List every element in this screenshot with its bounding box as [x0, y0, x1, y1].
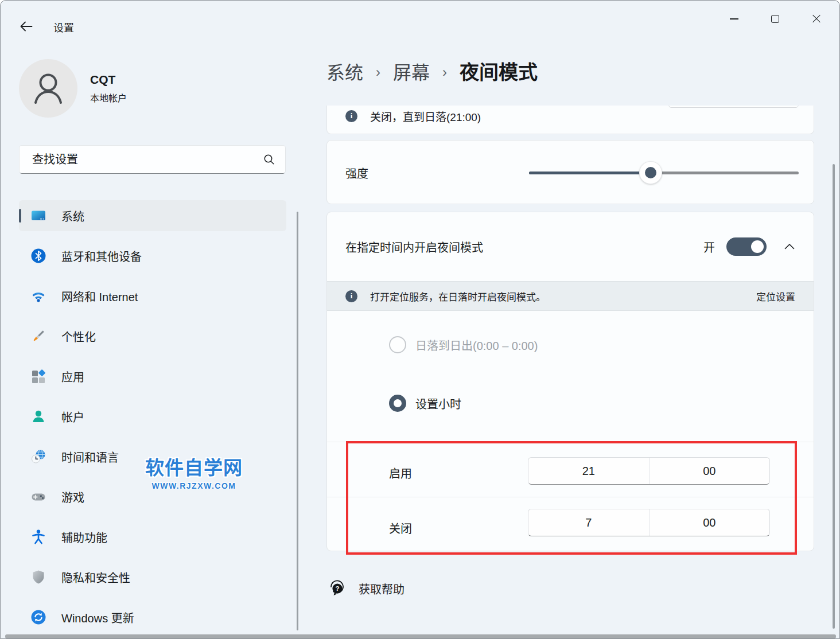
- strength-label: 强度: [345, 141, 368, 205]
- radio-set-hours[interactable]: 设置小时: [389, 395, 461, 412]
- search-input[interactable]: [31, 153, 262, 167]
- chevron-up-icon: [784, 243, 795, 250]
- sidebar-item-label: 网络和 Internet: [61, 288, 138, 305]
- account-card[interactable]: CQT 本地帐户: [19, 59, 127, 118]
- slider-fill: [529, 172, 651, 174]
- collapse-chevron[interactable]: [784, 243, 795, 250]
- sidebar-item-label: 蓝牙和其他设备: [61, 248, 142, 264]
- get-help-label: 获取帮助: [359, 580, 405, 597]
- selected-accent-pill: [19, 209, 21, 223]
- vertical-scrollbar[interactable]: [833, 164, 835, 629]
- sidebar-item-privacy[interactable]: 隐私和安全性: [19, 562, 286, 593]
- apps-icon: [30, 368, 46, 384]
- slider-thumb[interactable]: [639, 161, 662, 184]
- network-icon: [30, 288, 46, 304]
- radio-sunset-label: 日落到日出(0:00 – 0:00): [415, 337, 538, 353]
- toggle-state-label: 开: [703, 239, 715, 255]
- toggle-knob: [751, 240, 764, 253]
- help-icon: ?: [328, 579, 346, 598]
- divider: [327, 497, 814, 497]
- window-title: 设置: [53, 20, 74, 34]
- sidebar-item-games[interactable]: 游戏: [19, 481, 286, 512]
- breadcrumb-system[interactable]: 系统: [326, 58, 363, 84]
- sidebar-item-network[interactable]: 网络和 Internet: [19, 280, 286, 311]
- accounts-icon: [30, 408, 46, 424]
- sidebar-scrollbar[interactable]: [297, 212, 298, 630]
- sidebar-item-accessibility[interactable]: 辅助功能: [19, 521, 286, 552]
- info-icon: i: [345, 290, 357, 302]
- location-settings-link[interactable]: 定位设置: [756, 289, 795, 303]
- accessibility-icon: [30, 529, 46, 545]
- breadcrumb-separator: ›: [376, 62, 380, 80]
- search-icon: [262, 153, 276, 166]
- sidebar-item-label: 系统: [61, 208, 84, 224]
- turn-off-hour[interactable]: 7: [528, 509, 650, 536]
- turn-on-minute[interactable]: 00: [650, 458, 770, 484]
- sidebar-item-bluetooth[interactable]: 蓝牙和其他设备: [19, 240, 286, 271]
- account-name: CQT: [90, 73, 127, 87]
- breadcrumb-separator: ›: [442, 62, 447, 80]
- sidebar-item-accounts[interactable]: 帐户: [19, 401, 286, 432]
- sidebar-item-apps[interactable]: 应用: [19, 361, 286, 392]
- search-box[interactable]: [19, 145, 286, 174]
- turn-off-minute[interactable]: 00: [650, 509, 770, 536]
- time-language-icon: [30, 449, 46, 465]
- sidebar-item-windows-update[interactable]: Windows 更新: [19, 602, 286, 633]
- slider-thumb-dot: [645, 167, 656, 178]
- sidebar-item-time-language[interactable]: 时间和语言: [19, 441, 286, 472]
- sidebar-nav: 系统 蓝牙和其他设备 网络和 Internet: [19, 200, 286, 639]
- radio-sunset-to-sunrise: 日落到日出(0:00 – 0:00): [389, 336, 538, 353]
- person-icon: [19, 59, 77, 118]
- night-light-status-text: 关闭，直到日落(21:00): [370, 108, 481, 124]
- divider: [327, 442, 814, 442]
- night-light-dropdown[interactable]: [668, 106, 799, 108]
- info-icon: i: [345, 110, 357, 122]
- radio-selected-icon: [389, 395, 406, 412]
- get-help-link[interactable]: ? 获取帮助: [328, 579, 405, 598]
- games-icon: [30, 489, 46, 505]
- sidebar-item-label: 时间和语言: [61, 449, 119, 465]
- sidebar-item-label: Windows 更新: [61, 609, 134, 626]
- svg-text:?: ?: [335, 585, 339, 592]
- turn-off-time-picker: 7 00: [528, 509, 770, 536]
- strength-slider[interactable]: [529, 141, 799, 205]
- personalization-icon: [30, 328, 46, 344]
- main-panel: 系统 › 屏幕 › 夜间模式 i 关闭，直到日落(21:00) 强度: [326, 1, 814, 639]
- horizontal-scrollbar[interactable]: [5, 634, 836, 638]
- schedule-toggle[interactable]: [726, 237, 767, 256]
- sidebar-item-personalization[interactable]: 个性化: [19, 321, 286, 352]
- night-light-status-card: i 关闭，直到日落(21:00): [326, 106, 814, 134]
- back-arrow-icon: [19, 19, 34, 34]
- sidebar-item-label: 帐户: [61, 408, 84, 425]
- turn-on-time-picker: 21 00: [528, 457, 770, 485]
- turn-on-hour[interactable]: 21: [528, 458, 650, 484]
- settings-window: 设置 CQT 本地帐户: [0, 0, 840, 639]
- schedule-card: 在指定时间内开启夜间模式 开 i 打开定位服务，在日落时开启夜间模式。 定位设置…: [326, 212, 814, 551]
- account-type: 本地帐户: [90, 91, 127, 104]
- sidebar-item-label: 应用: [61, 368, 84, 385]
- turn-on-label: 启用: [389, 445, 412, 500]
- radio-off-icon: [389, 336, 406, 353]
- system-icon: [30, 208, 46, 224]
- schedule-header[interactable]: 在指定时间内开启夜间模式 开: [327, 212, 814, 281]
- back-button[interactable]: [17, 17, 36, 36]
- avatar: [19, 59, 77, 118]
- breadcrumb-display[interactable]: 屏幕: [393, 58, 430, 84]
- location-info-text: 打开定位服务，在日落时开启夜间模式。: [370, 289, 546, 303]
- bluetooth-icon: [30, 248, 46, 264]
- windows-update-icon: [30, 609, 46, 625]
- turn-off-label: 关闭: [389, 500, 412, 555]
- sidebar-item-system[interactable]: 系统: [19, 200, 286, 231]
- sidebar-item-label: 游戏: [61, 489, 84, 505]
- sidebar-item-label: 隐私和安全性: [61, 569, 130, 586]
- schedule-title: 在指定时间内开启夜间模式: [345, 239, 483, 255]
- page-title: 夜间模式: [460, 57, 538, 85]
- sidebar-item-label: 个性化: [61, 328, 96, 345]
- strength-card: 强度: [326, 140, 814, 204]
- radio-hours-label: 设置小时: [415, 395, 461, 412]
- sidebar-item-label: 辅助功能: [61, 529, 107, 546]
- breadcrumb: 系统 › 屏幕 › 夜间模式: [326, 57, 538, 85]
- privacy-icon: [30, 569, 46, 585]
- location-info-strip: i 打开定位服务，在日落时开启夜间模式。 定位设置: [327, 281, 814, 311]
